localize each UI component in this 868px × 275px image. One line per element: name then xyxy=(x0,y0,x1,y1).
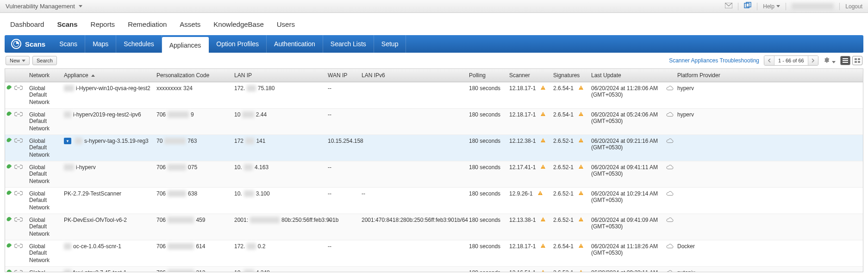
scans-module-label: Scans xyxy=(5,39,52,49)
link-icon xyxy=(14,85,23,92)
col-network[interactable]: Network xyxy=(27,69,62,82)
col-wan-ip[interactable]: WAN IP xyxy=(326,69,360,82)
cell-network: Global DefaultNetwork xyxy=(27,161,62,187)
logout-link[interactable]: Logout xyxy=(845,3,862,10)
cell-appliance: PK-2.7.29-TestScanner xyxy=(62,188,155,214)
status-active-icon xyxy=(6,269,12,272)
cell-lan-ipv6 xyxy=(360,240,467,266)
svg-rect-23 xyxy=(543,166,543,167)
pager-prev-button[interactable] xyxy=(764,56,774,65)
sub-tab-scans[interactable]: Scans xyxy=(52,35,85,53)
search-button[interactable]: Search xyxy=(32,56,57,65)
cloud-icon xyxy=(666,217,674,224)
col-polling[interactable]: Polling xyxy=(467,69,507,82)
svg-rect-28 xyxy=(540,194,540,195)
table-row[interactable]: Global DefaultNetworkxxoc-ce-1.0.45-scnr… xyxy=(5,240,863,267)
col-lan-ip[interactable]: LAN IP xyxy=(232,69,326,82)
main-nav-tab-dashboard[interactable]: Dashboard xyxy=(9,18,45,33)
cloud-icon xyxy=(666,111,674,118)
warning-icon xyxy=(540,217,546,224)
table-row[interactable]: Global DefaultNetworkxxxi-Hyperv-win10-q… xyxy=(5,82,863,109)
toolbar: New Search Scanner Appliances Troublesho… xyxy=(0,53,868,68)
cell-wan-ip: -- xyxy=(326,188,360,214)
cell-last-update: 06/20/2024 at 10:29:14 AM (GMT+0530) xyxy=(589,188,675,214)
col-scanner[interactable]: Scanner xyxy=(507,69,551,82)
table-row[interactable]: Global DefaultNetworkxxi-hyperv2019-reg-… xyxy=(5,109,863,135)
pager: 1 - 66 of 66 xyxy=(764,55,818,66)
table-row[interactable]: Global DefaultNetworkPK-2.7.29-TestScann… xyxy=(5,188,863,214)
cell-platform: Docker xyxy=(675,240,717,266)
cell-personalization: 70xxxxxxx763 xyxy=(155,135,232,161)
cell-lan-ip: 10.xxx4.248 xyxy=(232,267,326,272)
svg-rect-25 xyxy=(581,166,581,167)
pager-next-button[interactable] xyxy=(808,56,818,65)
cell-polling: 180 seconds xyxy=(467,214,507,240)
svg-rect-21 xyxy=(581,140,581,141)
svg-rect-8 xyxy=(858,58,860,60)
cell-platform xyxy=(675,161,717,187)
sub-tab-appliances[interactable]: Appliances xyxy=(162,37,209,53)
cell-appliance: xxi-hyperv2019-reg-test2-ipv6 xyxy=(62,109,155,134)
help-menu[interactable]: Help xyxy=(763,3,780,10)
status-active-icon xyxy=(6,137,12,143)
cell-appliance: xxoc-ce-1.0.45-scnr-1 xyxy=(62,240,155,266)
sub-tab-schedules[interactable]: Schedules xyxy=(116,35,162,53)
cell-appliance: PK-DevEsxi-OfvTool-v6-2 xyxy=(62,214,155,240)
cell-polling: 180 seconds xyxy=(467,240,507,266)
mail-icon[interactable] xyxy=(725,3,732,10)
divider xyxy=(757,3,757,10)
svg-rect-37 xyxy=(581,245,581,246)
grid-view-button[interactable] xyxy=(852,56,862,65)
list-view-button[interactable] xyxy=(840,56,850,65)
row-dropdown-button[interactable]: ▼ xyxy=(64,138,71,144)
sub-tab-authentication[interactable]: Authentication xyxy=(267,35,323,53)
table-row[interactable]: Global DefaultNetworkxxxi-hyperv706xxxxx… xyxy=(5,161,863,188)
cell-network: Global DefaultNetwork xyxy=(27,82,62,108)
cell-polling: 180 seconds xyxy=(467,82,507,108)
svg-rect-24 xyxy=(543,168,543,168)
sub-tab-option-profiles[interactable]: Option Profiles xyxy=(209,35,267,53)
svg-rect-22 xyxy=(581,141,581,142)
sub-tab-search-lists[interactable]: Search Lists xyxy=(323,35,374,53)
cell-appliance: xxfwui-ntnx2.7.45-test-1 xyxy=(62,267,155,272)
cell-network: Global DefaultNetwork xyxy=(27,240,62,266)
main-nav-tab-users[interactable]: Users xyxy=(276,18,296,33)
col-personalization[interactable]: Personalization Code xyxy=(155,69,232,82)
main-nav-tab-remediation[interactable]: Remediation xyxy=(127,18,168,33)
settings-gear-icon[interactable] xyxy=(823,57,836,65)
col-lan-ipv6[interactable]: LAN IPv6 xyxy=(360,69,467,82)
warning-icon xyxy=(540,164,546,171)
warning-icon xyxy=(540,85,546,92)
table-row[interactable]: Global DefaultNetworkxxfwui-ntnx2.7.45-t… xyxy=(5,267,863,272)
col-signatures[interactable]: Signatures xyxy=(551,69,589,82)
warning-icon xyxy=(540,138,546,145)
user-label[interactable]: xxxxxxxxx xxxxx xyxy=(792,3,834,10)
svg-rect-38 xyxy=(581,247,581,247)
sub-tab-setup[interactable]: Setup xyxy=(374,35,406,53)
sub-tab-maps[interactable]: Maps xyxy=(85,35,116,53)
cell-scanner: 12.17.41-1 xyxy=(507,161,551,187)
cell-lan-ip: 172.xx.75.180 xyxy=(232,82,326,108)
launch-icon[interactable] xyxy=(744,2,751,11)
col-appliance[interactable]: Appliance xyxy=(62,69,155,82)
table-row[interactable]: Global DefaultNetwork▼xxs-hyperv-tag-3.1… xyxy=(5,135,863,161)
col-last-update[interactable]: Last Update xyxy=(589,69,675,82)
main-nav-tab-scans[interactable]: Scans xyxy=(56,18,78,33)
app-switcher-chevron-icon[interactable] xyxy=(79,5,82,7)
col-platform[interactable]: Platform Provider xyxy=(675,69,717,82)
svg-rect-15 xyxy=(543,113,543,115)
cell-wan-ip: -- xyxy=(326,109,360,134)
divider xyxy=(738,3,738,10)
svg-rect-11 xyxy=(543,87,543,88)
cell-signatures: 2.6.52-1 xyxy=(551,267,589,272)
main-nav-tab-reports[interactable]: Reports xyxy=(90,18,116,33)
cell-network: Global DefaultNetwork xyxy=(27,135,62,161)
cell-personalization: 706xxxxxxx9 xyxy=(155,109,232,134)
troubleshooting-link[interactable]: Scanner Appliances Troubleshooting xyxy=(669,57,759,64)
main-nav-tab-assets[interactable]: Assets xyxy=(179,18,201,33)
table-row[interactable]: Global DefaultNetworkPK-DevEsxi-OfvTool-… xyxy=(5,214,863,240)
svg-rect-10 xyxy=(858,61,860,63)
new-button[interactable]: New xyxy=(6,56,30,65)
main-nav-tab-knowledgebase[interactable]: KnowledgeBase xyxy=(212,18,264,33)
status-active-icon xyxy=(6,216,12,222)
